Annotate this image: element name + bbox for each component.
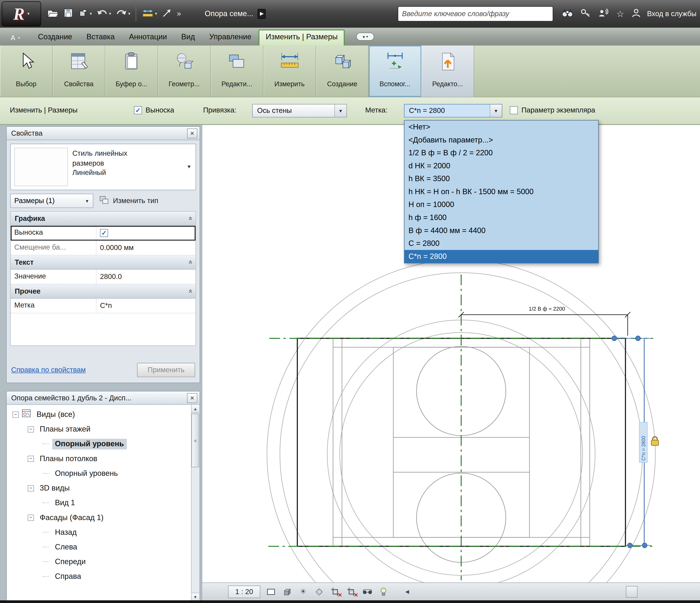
leader-checkbox[interactable]: ✓ Выноска (134, 106, 174, 115)
binoculars-button[interactable] (559, 4, 576, 23)
tree-item[interactable]: Назад (7, 525, 191, 539)
dropdown-item[interactable]: 1/2 В ф = В ф / 2 = 2200 (404, 146, 598, 159)
tree-item[interactable]: −Фасады (Фасад 1) (7, 510, 191, 525)
tree-item[interactable]: −Планы этажей (7, 422, 191, 436)
redo-button[interactable]: ▾ (114, 4, 132, 23)
tree-item-label[interactable]: Спереди (52, 556, 89, 567)
ribbon-button-0[interactable]: Выбор (0, 46, 53, 97)
close-icon[interactable]: ✕ (187, 393, 197, 403)
key-button[interactable] (578, 4, 594, 23)
tree-item-label[interactable]: Слева (52, 542, 80, 552)
dropdown-item[interactable]: h ВК = 3500 (404, 172, 598, 185)
sign-in-link[interactable]: Вход в службы (647, 9, 697, 18)
tree-item-label[interactable]: Фасады (Фасад 1) (37, 512, 106, 523)
expand-chevron-button[interactable]: » (175, 4, 183, 23)
property-row[interactable]: МеткаC*n (11, 299, 196, 313)
chevron-down-icon[interactable]: ▾ (109, 11, 111, 16)
property-group-header[interactable]: Графика» (11, 211, 196, 226)
tree-item[interactable]: −Виды (все) (7, 407, 191, 422)
dropdown-item[interactable]: Н оп = 10000 (404, 198, 598, 211)
tree-expander[interactable]: − (28, 485, 34, 491)
tree-item-label[interactable]: Назад (52, 527, 79, 538)
visual-style-icon[interactable] (264, 585, 278, 598)
top-dimension[interactable] (458, 312, 630, 336)
tree-item-label[interactable]: 3D виды (37, 483, 72, 494)
close-icon[interactable]: ✕ (187, 128, 197, 138)
dropdown-item[interactable]: h НК = Н оп - h ВК - 1500 мм = 5000 (404, 185, 598, 198)
ribbon-button-7[interactable]: Вспомог... (369, 46, 422, 97)
right-dimension-label[interactable]: C*n = 2800 (641, 436, 646, 460)
snap-combo[interactable]: Ось стены ▼ (252, 104, 347, 118)
tree-item[interactable]: Справа (7, 569, 191, 584)
tree-item[interactable]: Опорный уровень (7, 466, 191, 481)
property-value[interactable]: 0.0000 мм (96, 241, 196, 255)
tree-expander[interactable]: − (28, 456, 34, 462)
dropdown-item[interactable]: С = 2800 (404, 237, 598, 250)
tab-2[interactable]: Аннотации (122, 29, 174, 46)
tree-expander[interactable]: − (12, 411, 19, 418)
tab-1[interactable]: Вставка (79, 29, 122, 46)
tree-item[interactable]: Слева (7, 540, 191, 554)
dimension-grip[interactable] (642, 543, 647, 548)
chevron-down-icon[interactable]: ▾ (155, 11, 157, 16)
tab-3[interactable]: Вид (174, 29, 202, 46)
reveal-hidden-icon[interactable] (376, 585, 391, 598)
browser-scrollbar[interactable]: ▲ ≡ ▼ (191, 405, 199, 601)
open-button[interactable] (45, 4, 61, 23)
dropdown-item[interactable]: d НК = 2000 (404, 159, 598, 173)
tree-item[interactable]: −Планы потолков (7, 451, 191, 466)
ribbon-button-4[interactable]: Редакти... (211, 46, 264, 97)
type-selector[interactable]: Стиль линейных размеров Линейный ▼ (10, 144, 196, 190)
dropdown-item[interactable]: h ф = 1600 (404, 211, 598, 224)
edit-type-button[interactable]: Изменить тип (99, 195, 158, 207)
tree-item-label[interactable]: Планы потолков (37, 453, 100, 464)
property-value[interactable]: 2800.0 (96, 270, 196, 284)
property-row[interactable]: Смещение ба...0.0000 мм (11, 241, 196, 255)
properties-title-bar[interactable]: Свойства ✕ (7, 127, 199, 140)
property-row[interactable]: Выноска✓ (11, 226, 196, 241)
ribbon-button-6[interactable]: Создание (316, 46, 369, 97)
undo-button[interactable]: ▾ (94, 4, 114, 23)
property-group-header[interactable]: Текст» (11, 255, 196, 270)
crop-view-icon[interactable]: × (328, 585, 342, 598)
export-button[interactable]: ▾ (76, 4, 94, 23)
ribbon-button-8[interactable]: Редакто... (421, 46, 474, 97)
dimension-grip[interactable] (612, 336, 617, 341)
tree-item[interactable]: Спереди (7, 554, 191, 569)
dimension-button[interactable]: ▾ (140, 4, 159, 23)
chevron-down-icon[interactable]: ▾ (128, 11, 130, 16)
dropdown-item[interactable]: C*n = 2800 (404, 250, 598, 263)
sun-path-icon[interactable]: ☀ (296, 585, 310, 598)
property-group-header[interactable]: Прочее» (11, 284, 196, 299)
communication-button[interactable] (596, 4, 611, 23)
scroll-left-icon[interactable]: ◀ (402, 586, 412, 597)
apply-button[interactable]: Применить (137, 363, 195, 377)
search-input[interactable] (402, 9, 549, 18)
tree-item-label[interactable]: Виды (все) (34, 409, 78, 420)
instance-param-checkbox[interactable]: Параметр экземпляра (510, 106, 595, 115)
crop-region-icon[interactable]: × (344, 585, 358, 598)
star-button[interactable]: ☆ (614, 4, 626, 23)
ribbon-button-3[interactable]: Геометр... (158, 46, 211, 97)
person-button[interactable] (629, 4, 644, 23)
properties-help-link[interactable]: Справка по свойствам (11, 366, 85, 374)
tree-item-label[interactable]: Планы этажей (37, 424, 93, 434)
chevron-down-icon[interactable]: ▾ (90, 11, 92, 16)
element-filter-combo[interactable]: Размеры (1) ▼ (10, 194, 93, 208)
save-button[interactable] (61, 4, 76, 23)
application-menu-button[interactable]: R ▾ (2, 1, 41, 26)
tree-item-label[interactable]: Опорный уровень (52, 468, 121, 479)
ribbon-state-button[interactable]: ▾▾ (356, 33, 374, 41)
render-icon[interactable] (312, 585, 326, 598)
hscroll-thumb[interactable] (626, 586, 638, 597)
tab-4[interactable]: Управление (202, 29, 258, 46)
tag-combo[interactable]: C*n = 2800 ▼ (404, 104, 502, 118)
scroll-up-icon[interactable]: ▲ (192, 405, 199, 413)
dropdown-item[interactable]: <Нет> (404, 121, 598, 133)
property-value[interactable]: C*n (96, 299, 196, 313)
app-menu-mini[interactable]: А ▾ (11, 34, 20, 42)
ribbon-button-5[interactable]: Измерить (263, 46, 316, 97)
modify-button[interactable] (159, 4, 175, 23)
shadow-icon[interactable] (280, 585, 294, 598)
tree-item[interactable]: Вид 1 (7, 496, 191, 510)
